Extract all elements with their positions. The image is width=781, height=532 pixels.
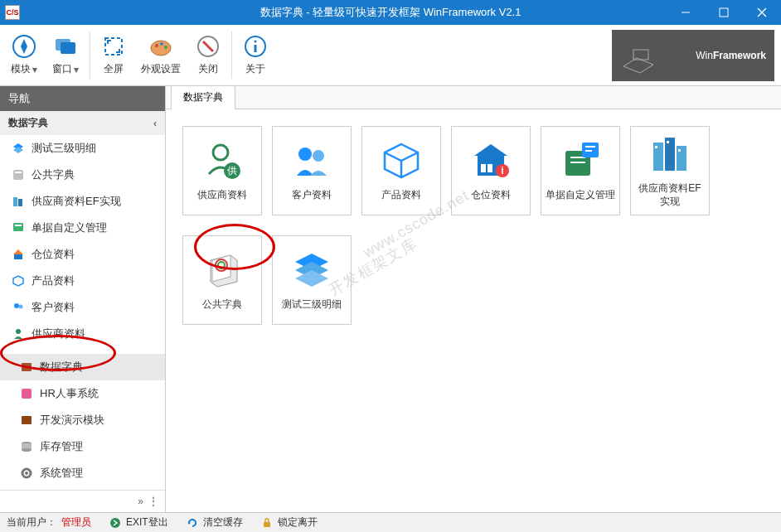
compass-icon: [12, 34, 36, 59]
ribbon-appearance[interactable]: 外观设置: [133, 27, 188, 84]
sidebar-module-dev[interactable]: 开发演示模块: [0, 407, 165, 433]
sidebar-section-header[interactable]: 数据字典 ‹: [0, 111, 165, 135]
svg-text:供: 供: [227, 165, 237, 177]
separator: [231, 31, 232, 79]
svg-rect-34: [22, 363, 32, 371]
close-circle-icon: [196, 34, 221, 59]
sidebar-item-label: 供应商资料: [32, 326, 85, 341]
svg-rect-63: [653, 143, 663, 171]
tile-form[interactable]: 单据自定义管理: [541, 126, 620, 215]
svg-point-33: [16, 329, 21, 334]
chevron-down-icon: ▾: [32, 64, 37, 75]
svg-point-31: [14, 303, 19, 308]
brand-bold: Framework: [713, 50, 766, 61]
svg-point-42: [213, 145, 228, 160]
chevron-collapse-icon[interactable]: »: [138, 496, 143, 507]
ribbon-label: 全屏: [104, 62, 124, 76]
status-bar: 当前用户： 管理员 EXIT登出 清空缓存 锁定离开: [0, 512, 781, 532]
svg-rect-26: [13, 223, 23, 231]
svg-point-12: [164, 46, 167, 49]
cube-icon: [12, 274, 25, 288]
tile-warehouse[interactable]: i仓位资料: [451, 126, 531, 215]
sidebar: 导航 数据字典 ‹ 测试三级明细 公共字典 供应商资料EF实现 单据自定义管理 …: [0, 86, 166, 512]
fullscreen-icon: [101, 34, 126, 59]
svg-text:i: i: [501, 165, 503, 177]
book-icon: [12, 168, 25, 181]
svg-rect-22: [13, 170, 23, 180]
sidebar-item-product[interactable]: 产品资料: [0, 268, 165, 294]
sidebar-item-warehouse[interactable]: 仓位资料: [0, 241, 165, 268]
tile-supplier-ef[interactable]: 供应商资料EF实现: [630, 126, 710, 215]
svg-point-46: [313, 150, 324, 162]
svg-rect-54: [488, 164, 492, 172]
svg-rect-67: [667, 141, 669, 143]
sidebar-item-label: 单据自定义管理: [32, 220, 107, 235]
sidebar-module-label: 库存管理: [40, 439, 83, 454]
svg-point-41: [25, 472, 28, 475]
svg-rect-23: [15, 172, 22, 173]
tile-label: 仓位资料: [468, 189, 514, 202]
tile-public-dict[interactable]: 公共字典: [182, 235, 262, 325]
ribbon-close[interactable]: 关闭: [188, 27, 228, 84]
form-icon: [12, 221, 25, 235]
main-area: 导航 数据字典 ‹ 测试三级明细 公共字典 供应商资料EF实现 单据自定义管理 …: [0, 86, 781, 512]
ribbon-module[interactable]: 模块▾: [3, 27, 45, 84]
tile-customer[interactable]: 客户资料: [272, 126, 352, 215]
sidebar-item-form[interactable]: 单据自定义管理: [0, 215, 165, 241]
sidebar-item-label: 仓位资料: [32, 247, 75, 262]
sidebar-item-dict[interactable]: 公共字典: [0, 162, 165, 188]
title-bar: C/S 数据字典 - 轻量级可快速开发框架 WinFramework V2.1: [0, 0, 781, 25]
status-clear[interactable]: 清空缓存: [203, 515, 243, 530]
svg-rect-25: [18, 199, 22, 206]
minimize-button[interactable]: [667, 0, 705, 25]
ribbon-fullscreen[interactable]: 全屏: [94, 27, 133, 84]
tab-dict[interactable]: 数据字典: [171, 85, 235, 109]
sidebar-item-test[interactable]: 测试三级明细: [0, 135, 165, 162]
svg-point-76: [110, 518, 120, 528]
dev-icon: [20, 414, 33, 427]
status-user: 管理员: [61, 515, 91, 530]
supplier-icon: 供: [201, 139, 244, 182]
tile-product[interactable]: 产品资料: [361, 126, 441, 215]
sidebar-module-dict[interactable]: 数据字典: [0, 354, 165, 380]
info-icon: [243, 34, 268, 59]
sidebar-item-supplier-ef[interactable]: 供应商资料EF实现: [0, 188, 165, 215]
status-exit[interactable]: EXIT登出: [126, 515, 168, 530]
sidebar-footer: » ⋮: [0, 490, 165, 512]
sidebar-module-label: 系统管理: [40, 466, 83, 481]
svg-point-39: [22, 448, 32, 452]
sidebar-item-label: 供应商资料EF实现: [32, 194, 121, 209]
ribbon-label: 窗口: [52, 62, 72, 76]
close-button[interactable]: [743, 0, 781, 25]
maximize-button[interactable]: [705, 0, 743, 25]
svg-rect-36: [22, 416, 32, 424]
warehouse-icon: i: [469, 139, 512, 182]
svg-marker-5: [21, 39, 27, 54]
svg-marker-28: [13, 249, 23, 254]
status-lock[interactable]: 锁定离开: [278, 515, 318, 530]
tab-bar: 数据字典: [166, 86, 781, 109]
ribbon-window[interactable]: 窗口▾: [45, 27, 86, 84]
window-title: 数据字典 - 轻量级可快速开发框架 WinFramework V2.1: [260, 5, 521, 20]
person-icon: [12, 327, 25, 341]
exit-icon: [109, 517, 121, 529]
sidebar-module-system[interactable]: 系统管理: [0, 460, 165, 486]
ribbon-label: 外观设置: [141, 62, 181, 76]
sidebar-module-stock[interactable]: 库存管理: [0, 433, 165, 460]
separator: [90, 31, 90, 79]
sidebar-module-hr[interactable]: HR人事系统: [0, 380, 165, 407]
tile-test[interactable]: 测试三级明细: [272, 235, 352, 325]
tile-supplier[interactable]: 供供应商资料: [182, 126, 262, 215]
sidebar-item-supplier[interactable]: 供应商资料: [0, 321, 165, 347]
more-button[interactable]: ⋮: [148, 496, 160, 507]
ribbon-about[interactable]: 关于: [235, 27, 275, 84]
sidebar-item-customer[interactable]: 客户资料: [0, 294, 165, 321]
content-area: 数据字典 供供应商资料 客户资料 产品资料 i仓位资料 单据自定义管理 供应商资…: [166, 86, 781, 512]
sidebar-module-label: HR人事系统: [40, 386, 99, 401]
ribbon-label: 模块: [11, 62, 31, 76]
ribbon-label: 关闭: [198, 62, 218, 76]
windows-icon: [53, 34, 78, 59]
svg-rect-65: [677, 146, 686, 171]
chevron-left-icon: ‹: [153, 118, 157, 129]
ribbon-toolbar: 模块▾ 窗口▾ 全屏 外观设置 关闭 关于 WinFramework: [0, 25, 781, 86]
